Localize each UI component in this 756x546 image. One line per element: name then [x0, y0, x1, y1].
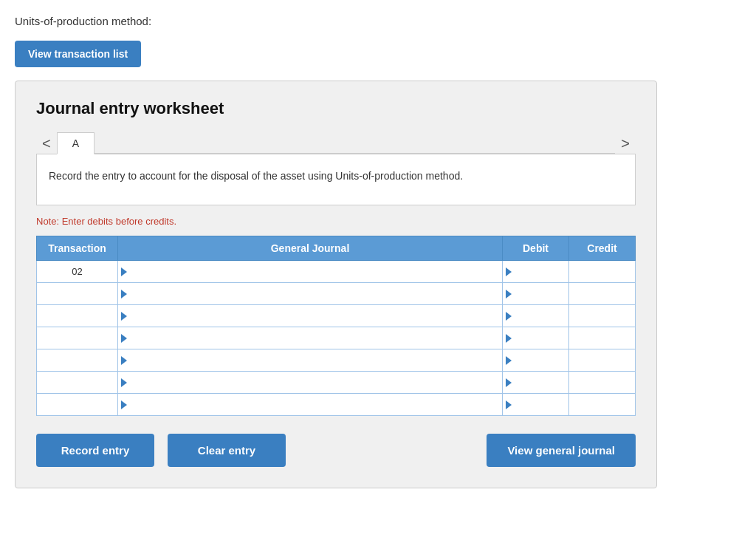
cell-debit[interactable] — [503, 305, 569, 327]
table-row — [37, 283, 636, 305]
note-text: Note: Enter debits before credits. — [36, 216, 636, 227]
record-entry-button[interactable]: Record entry — [36, 434, 154, 467]
cell-credit[interactable] — [569, 305, 636, 327]
view-general-journal-button[interactable]: View general journal — [487, 434, 636, 467]
table-row: 02 — [37, 261, 636, 283]
cell-credit[interactable] — [569, 394, 636, 416]
worksheet-container: Journal entry worksheet < A > Record the… — [15, 81, 657, 488]
cell-general-journal[interactable] — [118, 327, 503, 349]
tab-spacer — [94, 153, 615, 154]
cell-general-journal[interactable] — [118, 372, 503, 394]
cell-general-journal[interactable] — [118, 349, 503, 372]
cell-debit[interactable] — [503, 261, 569, 283]
debit-arrow-icon — [506, 290, 512, 298]
row-arrow-icon — [121, 334, 127, 343]
cell-transaction[interactable] — [37, 305, 118, 327]
tab-left-arrow[interactable]: < — [36, 133, 57, 154]
col-header-debit: Debit — [503, 236, 569, 261]
view-transaction-button[interactable]: View transaction list — [15, 41, 141, 67]
cell-debit[interactable] — [503, 283, 569, 305]
buttons-row: Record entry Clear entry View general jo… — [36, 434, 636, 467]
tab-navigation: < A > — [36, 132, 636, 154]
cell-general-journal[interactable] — [118, 283, 503, 305]
row-arrow-icon — [121, 290, 127, 298]
cell-transaction[interactable] — [37, 394, 118, 416]
row-arrow-icon — [121, 356, 127, 365]
debit-arrow-icon — [506, 267, 512, 276]
table-row — [37, 327, 636, 349]
cell-debit[interactable] — [503, 327, 569, 349]
instruction-box: Record the entry to account for the disp… — [36, 154, 636, 205]
row-arrow-icon — [121, 400, 127, 409]
page-header: Units-of-production method: — [15, 15, 741, 27]
cell-transaction[interactable] — [37, 349, 118, 372]
cell-debit[interactable] — [503, 372, 569, 394]
cell-credit[interactable] — [569, 372, 636, 394]
debit-arrow-icon — [506, 400, 512, 409]
clear-entry-button[interactable]: Clear entry — [168, 434, 286, 467]
cell-transaction[interactable] — [37, 372, 118, 394]
cell-credit[interactable] — [569, 261, 636, 283]
cell-general-journal[interactable] — [118, 305, 503, 327]
debit-arrow-icon — [506, 356, 512, 365]
debit-arrow-icon — [506, 334, 512, 343]
debit-arrow-icon — [506, 378, 512, 387]
table-row — [37, 372, 636, 394]
col-header-credit: Credit — [569, 236, 636, 261]
cell-transaction[interactable] — [37, 327, 118, 349]
cell-credit[interactable] — [569, 327, 636, 349]
cell-transaction[interactable] — [37, 283, 118, 305]
tab-right-arrow[interactable]: > — [615, 133, 636, 154]
debit-arrow-icon — [506, 312, 512, 321]
col-header-general-journal: General Journal — [118, 236, 503, 261]
instruction-text: Record the entry to account for the disp… — [49, 170, 463, 182]
col-header-transaction: Transaction — [37, 236, 118, 261]
cell-transaction[interactable]: 02 — [37, 261, 118, 283]
cell-debit[interactable] — [503, 394, 569, 416]
cell-debit[interactable] — [503, 349, 569, 372]
row-arrow-icon — [121, 312, 127, 321]
tab-a[interactable]: A — [57, 132, 94, 154]
worksheet-title: Journal entry worksheet — [36, 99, 636, 118]
cell-credit[interactable] — [569, 283, 636, 305]
cell-general-journal[interactable] — [118, 394, 503, 416]
journal-table: Transaction General Journal Debit Credit… — [36, 236, 636, 416]
table-row — [37, 394, 636, 416]
row-arrow-icon — [121, 267, 127, 276]
row-arrow-icon — [121, 378, 127, 387]
table-row — [37, 305, 636, 327]
cell-general-journal[interactable] — [118, 261, 503, 283]
table-row — [37, 349, 636, 372]
cell-credit[interactable] — [569, 349, 636, 372]
